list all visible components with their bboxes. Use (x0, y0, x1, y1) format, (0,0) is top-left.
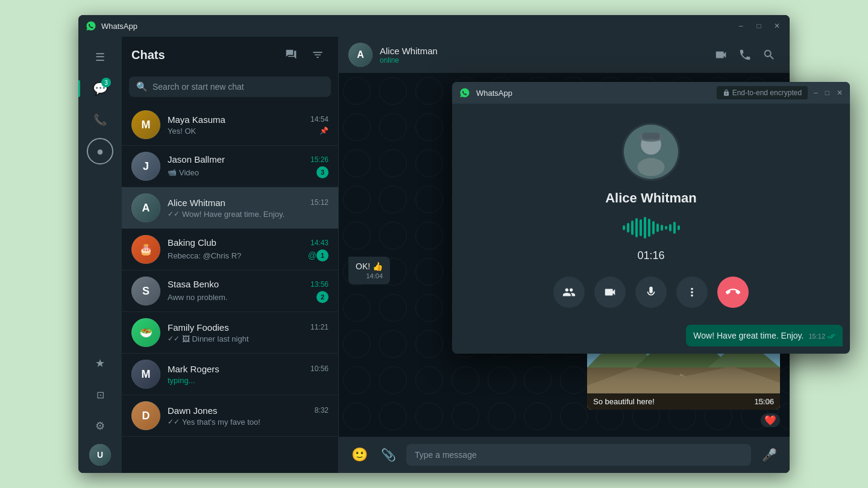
chat-time-dawn: 8:32 (315, 406, 329, 414)
waveform-bar-13 (673, 222, 676, 234)
chat-item-maya[interactable]: M Maya Kasuma 14:54 Yes! OK 📌 (122, 104, 338, 146)
ok-thumb-time: 14:04 (356, 272, 383, 280)
title-bar-text: WhatsApp (101, 22, 735, 31)
waveform-bar-4 (635, 218, 638, 237)
message-input[interactable] (406, 444, 751, 466)
unread-badge-baking: 1 (316, 249, 329, 261)
double-tick-icon (827, 332, 835, 340)
caption-time: 15:06 (754, 397, 774, 406)
call-contact-name: Alice Whitman (605, 190, 697, 206)
call-mute-button[interactable] (635, 277, 667, 308)
chat-name-mark: Mark Rogers (168, 364, 219, 374)
filter-button[interactable] (307, 44, 329, 66)
chat-list-actions (280, 44, 329, 66)
chat-item-dawn[interactable]: D Dawn Jones 8:32 ✓✓ Yes that's my fave … (122, 395, 338, 437)
menu-icon[interactable]: ☰ (87, 44, 113, 70)
svg-rect-13 (642, 133, 660, 139)
call-close-button[interactable]: ✕ (837, 89, 843, 97)
chat-item-jason[interactable]: J Jason Ballmer 15:26 📹 Video 3 (122, 146, 338, 187)
chat-item-baking[interactable]: 🎂 Baking Club 14:43 Rebecca: @Chris R? @… (122, 229, 338, 271)
call-end-button[interactable] (717, 277, 749, 308)
chat-header-actions (710, 44, 780, 66)
chat-time-mark: 10:56 (310, 364, 329, 373)
mic-button[interactable]: 🎤 (758, 444, 780, 466)
minimize-button[interactable]: – (735, 22, 746, 30)
call-maximize-button[interactable]: □ (825, 89, 829, 97)
starred-icon[interactable]: ★ (87, 350, 113, 377)
chat-item-family[interactable]: 🥗 Family Foodies 11:21 ✓✓ 🖼 Dinner last … (122, 312, 338, 354)
waveform-bar-11 (665, 226, 667, 230)
chats-nav-item: 💬 3 (78, 73, 122, 104)
waveform-bar-6 (644, 217, 646, 239)
calls-icon[interactable]: 📞 (87, 107, 113, 133)
maximize-button[interactable]: □ (753, 22, 764, 30)
phone-call-button[interactable] (734, 44, 756, 66)
new-chat-button[interactable] (280, 44, 302, 66)
call-video-button[interactable] (594, 277, 626, 308)
call-contact-avatar (622, 123, 680, 181)
chat-info-jason: Jason Ballmer 15:26 📹 Video 3 (168, 154, 329, 178)
chat-badge: 3 (101, 78, 111, 87)
archived-icon[interactable]: ⊡ (87, 381, 113, 408)
chats-icon[interactable]: 💬 3 (87, 75, 113, 102)
chat-name-baking: Baking Club (168, 237, 216, 248)
chat-name-family: Family Foodies (168, 322, 229, 333)
chat-info-baking: Baking Club 14:43 Rebecca: @Chris R? @ 1 (168, 237, 329, 261)
chat-preview-stasa: Aww no problem. (168, 293, 316, 302)
chat-list: M Maya Kasuma 14:54 Yes! OK 📌 (122, 104, 338, 473)
chat-item-stasa[interactable]: S Stasa Benko 13:56 Aww no problem. 2 (122, 271, 338, 312)
waveform-bar-5 (640, 219, 642, 236)
chat-time-maya: 14:54 (310, 115, 329, 124)
emoji-button[interactable]: 🙂 (348, 444, 370, 466)
chat-list-panel: Chats 🔍 (122, 37, 339, 473)
chat-item-mark[interactable]: M Mark Rogers 10:56 typing... (122, 354, 338, 395)
search-input[interactable] (153, 82, 324, 92)
chat-time-stasa: 13:56 (310, 280, 329, 289)
waveform-bar-10 (661, 225, 663, 231)
call-last-msg-text: Wow! Have great time. Enjoy. (693, 331, 804, 340)
call-overlay: WhatsApp End-to-end encrypted – □ ✕ (452, 82, 850, 354)
status-icon[interactable]: ● (87, 138, 113, 164)
user-avatar[interactable]: U (89, 444, 111, 466)
close-button[interactable]: ✕ (772, 22, 782, 30)
chat-time-baking: 14:43 (310, 239, 329, 247)
pin-icon-maya: 📌 (319, 127, 329, 135)
chat-name-maya: Maya Kasuma (168, 114, 225, 125)
mountain-caption: So beautiful here! 15:06 (587, 393, 780, 410)
chat-name-jason: Jason Ballmer (168, 154, 225, 164)
chat-info-dawn: Dawn Jones 8:32 ✓✓ Yes that's my fave to… (168, 405, 329, 427)
chat-time-family: 11:21 (310, 323, 329, 331)
chat-name-alice: Alice Whitman (168, 198, 225, 208)
whatsapp-logo (86, 20, 96, 31)
ok-thumb-text: OK! 👍 (356, 261, 383, 271)
chat-header-avatar[interactable]: A (348, 43, 373, 67)
chat-info-alice: Alice Whitman 15:12 ✓✓ Wow! Have great t… (168, 198, 329, 219)
video-call-button[interactable] (710, 44, 732, 66)
chat-info-maya: Maya Kasuma 14:54 Yes! OK 📌 (168, 114, 329, 136)
call-title-bar: WhatsApp End-to-end encrypted – □ ✕ (452, 82, 850, 104)
call-last-msg-bubble: Wow! Have great time. Enjoy. 15:12 (686, 325, 843, 346)
chat-info-stasa: Stasa Benko 13:56 Aww no problem. 2 (168, 279, 329, 303)
call-participants-button[interactable] (553, 277, 585, 308)
call-controls (553, 277, 749, 308)
call-title-text: WhatsApp (476, 89, 711, 98)
call-minimize-button[interactable]: – (814, 89, 818, 97)
call-more-button[interactable] (676, 277, 708, 308)
chat-preview-family: ✓✓ 🖼 Dinner last night (168, 334, 329, 343)
avatar-stasa: S (131, 277, 160, 305)
settings-icon[interactable]: ⚙ (87, 413, 113, 439)
avatar-baking: 🎂 (131, 235, 160, 264)
search-bar: 🔍 (122, 73, 338, 104)
unread-badge-jason: 3 (316, 166, 329, 178)
call-whatsapp-logo (459, 87, 470, 98)
avatar-mark: M (131, 360, 160, 389)
search-chat-button[interactable] (758, 44, 780, 66)
chat-info-mark: Mark Rogers 10:56 typing... (168, 364, 329, 385)
call-waveform (623, 216, 680, 240)
attach-button[interactable]: 📎 (377, 444, 399, 466)
chat-item-alice[interactable]: A Alice Whitman 15:12 ✓✓ Wow! Have great… (122, 187, 338, 229)
waveform-bar-12 (669, 224, 671, 231)
waveform-bar-2 (627, 223, 629, 233)
sidebar-nav: ☰ 💬 3 📞 ● ★ ⊡ ⚙ U (78, 37, 122, 473)
avatar-alice: A (131, 193, 160, 222)
